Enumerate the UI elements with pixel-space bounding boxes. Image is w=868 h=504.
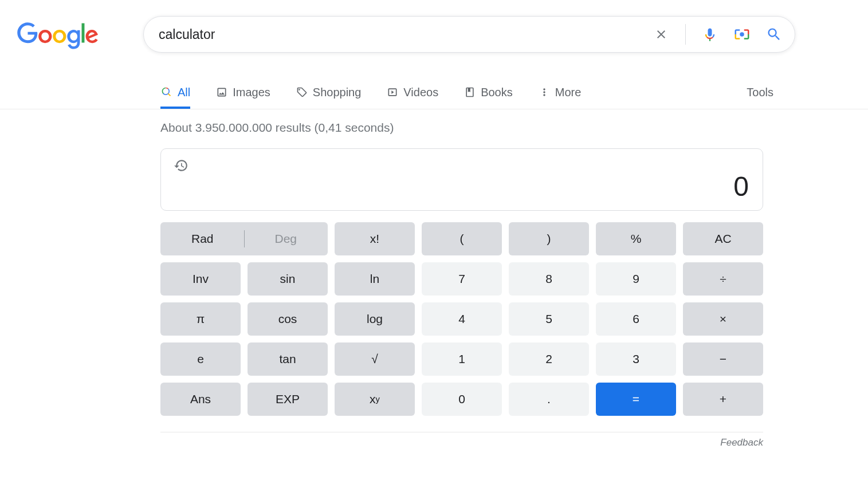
digit-6-button[interactable]: 6 [596, 302, 676, 336]
search-icon[interactable] [764, 24, 784, 45]
lparen-button[interactable]: ( [422, 222, 502, 255]
add-button[interactable]: + [683, 383, 763, 416]
history-icon[interactable] [174, 158, 190, 174]
google-logo[interactable] [17, 17, 112, 52]
calculator-value: 0 [174, 171, 749, 202]
result-stats: About 3.950.000.000 results (0,41 second… [160, 121, 868, 135]
digit-0-button[interactable]: 0 [422, 383, 502, 416]
digit-2-button[interactable]: 2 [509, 342, 589, 376]
clear-icon[interactable] [651, 24, 671, 45]
tag-icon [296, 86, 308, 99]
equals-button[interactable]: = [596, 383, 676, 416]
feedback-link[interactable]: Feedback [160, 432, 763, 448]
inv-button[interactable]: Inv [160, 262, 241, 296]
deg-label: Deg [245, 232, 328, 246]
digit-5-button[interactable]: 5 [509, 302, 589, 336]
tab-label: All [178, 86, 190, 99]
search-color-icon [160, 86, 173, 99]
divider [685, 24, 686, 45]
tab-more[interactable]: More [538, 76, 582, 109]
ac-button[interactable]: AC [683, 222, 763, 255]
decimal-button[interactable]: . [509, 383, 589, 416]
search-tabs: All Images Shopping Videos Books [160, 76, 782, 109]
digit-8-button[interactable]: 8 [509, 262, 589, 296]
tab-label: Images [233, 86, 270, 99]
digit-3-button[interactable]: 3 [596, 342, 676, 376]
rad-label: Rad [161, 232, 244, 246]
tab-label: Shopping [313, 86, 362, 99]
digit-7-button[interactable]: 7 [422, 262, 502, 296]
tab-all[interactable]: All [160, 76, 190, 109]
digit-4-button[interactable]: 4 [422, 302, 502, 336]
tools-link[interactable]: Tools [747, 86, 773, 99]
search-bar [143, 16, 795, 53]
tan-button[interactable]: tan [248, 342, 328, 376]
rparen-button[interactable]: ) [509, 222, 589, 255]
tab-label: Videos [403, 86, 438, 99]
subtract-button[interactable]: − [683, 342, 763, 376]
power-button[interactable]: xy [335, 383, 415, 416]
digit-9-button[interactable]: 9 [596, 262, 676, 296]
search-input[interactable] [159, 27, 651, 42]
log-button[interactable]: log [335, 302, 415, 336]
calculator-display: 0 [160, 148, 763, 211]
rad-deg-button[interactable]: Rad Deg [160, 222, 328, 255]
exp-button[interactable]: EXP [248, 383, 328, 416]
divide-button[interactable]: ÷ [683, 262, 763, 296]
tab-images[interactable]: Images [215, 76, 270, 109]
video-icon [386, 86, 399, 99]
tab-label: More [555, 86, 582, 99]
e-button[interactable]: e [160, 342, 241, 376]
factorial-button[interactable]: x! [335, 222, 415, 255]
tab-books[interactable]: Books [464, 76, 513, 109]
ln-button[interactable]: ln [335, 262, 415, 296]
tab-label: Books [481, 86, 513, 99]
image-icon [215, 86, 228, 99]
book-icon [464, 86, 476, 99]
mic-icon[interactable] [700, 24, 720, 45]
multiply-button[interactable]: × [683, 302, 763, 336]
calculator-keypad: Rad Deg x! ( ) % AC Inv sin ln 7 8 9 ÷ π… [160, 222, 763, 416]
svg-point-0 [740, 32, 744, 37]
sin-button[interactable]: sin [248, 262, 328, 296]
percent-button[interactable]: % [596, 222, 676, 255]
ans-button[interactable]: Ans [160, 383, 241, 416]
more-icon [538, 86, 551, 99]
camera-icon[interactable] [732, 24, 752, 45]
pi-button[interactable]: π [160, 302, 241, 336]
cos-button[interactable]: cos [248, 302, 328, 336]
tab-shopping[interactable]: Shopping [296, 76, 362, 109]
sqrt-button[interactable]: √ [335, 342, 415, 376]
digit-1-button[interactable]: 1 [422, 342, 502, 376]
tab-videos[interactable]: Videos [386, 76, 438, 109]
